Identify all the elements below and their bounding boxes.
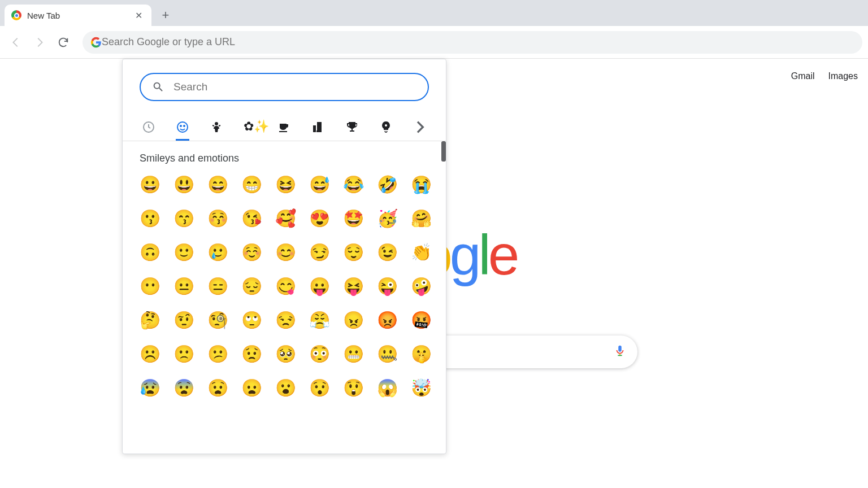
tab-strip: New Tab ✕ + xyxy=(0,0,868,26)
new-tab-button[interactable]: + xyxy=(157,7,174,24)
tab-recent[interactable] xyxy=(140,114,158,141)
clock-icon xyxy=(142,120,155,134)
emoji-item[interactable]: ☹️ xyxy=(140,344,160,364)
emoji-item[interactable]: 😰 xyxy=(140,378,160,398)
emoji-item[interactable]: 😙 xyxy=(173,208,194,229)
images-link[interactable]: Images xyxy=(828,71,858,81)
emoji-item[interactable]: 😗 xyxy=(140,208,160,229)
picker-category-tabs: ✿✨ xyxy=(123,108,446,141)
scrollbar-thumb[interactable] xyxy=(441,141,446,162)
back-button[interactable] xyxy=(6,32,26,53)
emoji-item[interactable]: 😔 xyxy=(241,276,262,297)
emoji-item[interactable]: 😨 xyxy=(173,378,194,398)
picker-body[interactable]: Smileys and emotions 😀😃😄😁😆😅😂🤣😭😗😙😚😘🥰😍🤩🥳🤗🙃… xyxy=(123,141,446,454)
tab-animals[interactable]: ✿✨ xyxy=(241,114,259,141)
reload-button[interactable] xyxy=(53,32,73,53)
emoji-item[interactable]: 😟 xyxy=(241,344,262,364)
tab-smileys[interactable] xyxy=(173,114,192,141)
emoji-item[interactable]: 🤪 xyxy=(411,276,431,297)
browser-toolbar xyxy=(0,26,868,59)
emoji-grid: 😀😃😄😁😆😅😂🤣😭😗😙😚😘🥰😍🤩🥳🤗🙃🙂🥲☺️😊😏😌😉👏😶😐😑😔😋😛😝😜🤪🤔🤨🧐… xyxy=(140,175,429,398)
emoji-item[interactable]: 😜 xyxy=(377,276,397,297)
emoji-item[interactable]: 😉 xyxy=(377,242,397,263)
emoji-item[interactable]: 😘 xyxy=(241,208,262,229)
emoji-item[interactable]: 😱 xyxy=(377,378,397,398)
emoji-item[interactable]: 😯 xyxy=(309,378,329,398)
tab-people[interactable] xyxy=(207,114,225,141)
emoji-item[interactable]: 😍 xyxy=(309,208,329,229)
tab-close-button[interactable]: ✕ xyxy=(133,8,145,23)
tab-activities[interactable] xyxy=(343,114,361,141)
emoji-item[interactable]: 😡 xyxy=(377,310,397,330)
emoji-item[interactable]: 😶 xyxy=(140,276,160,297)
emoji-item[interactable]: 😏 xyxy=(309,242,329,263)
emoji-item[interactable]: 😃 xyxy=(173,175,194,195)
emoji-item[interactable]: 😅 xyxy=(309,175,329,195)
emoji-item[interactable]: 😂 xyxy=(343,175,363,195)
emoji-item[interactable]: 😛 xyxy=(309,276,329,297)
emoji-item[interactable]: 😋 xyxy=(275,276,296,297)
picker-search-box[interactable] xyxy=(140,73,429,101)
search-icon xyxy=(152,81,164,93)
emoji-item[interactable]: 🤣 xyxy=(377,175,397,195)
browser-tab[interactable]: New Tab ✕ xyxy=(5,5,151,26)
tab-travel[interactable] xyxy=(309,114,327,141)
emoji-item[interactable]: 🧐 xyxy=(207,310,228,330)
emoji-item[interactable]: 🙁 xyxy=(173,344,194,364)
emoji-item[interactable]: 😀 xyxy=(140,175,160,195)
emoji-item[interactable]: 😠 xyxy=(343,310,363,330)
logo-letter: e xyxy=(488,223,517,287)
tab-food[interactable] xyxy=(275,114,293,141)
emoji-item[interactable]: 😭 xyxy=(411,175,431,195)
emoji-item[interactable]: 🙂 xyxy=(173,242,194,263)
emoji-item[interactable]: 😑 xyxy=(207,276,228,297)
emoji-item[interactable]: 😌 xyxy=(343,242,363,263)
emoji-item[interactable]: 🤐 xyxy=(377,344,397,364)
buildings-icon xyxy=(311,120,325,134)
address-input[interactable] xyxy=(102,36,854,48)
voice-search-button[interactable] xyxy=(614,345,626,359)
emoji-picker: ✿✨ Smileys and emotions 😀😃😄😁😆😅😂🤣😭😗😙😚 xyxy=(122,59,446,454)
emoji-item[interactable]: 🤗 xyxy=(411,208,431,229)
emoji-item[interactable]: 😆 xyxy=(275,175,296,195)
emoji-item[interactable]: 😧 xyxy=(207,378,228,398)
emoji-item[interactable]: 😕 xyxy=(207,344,228,364)
section-title: Smileys and emotions xyxy=(140,152,429,164)
emoji-item[interactable]: 😐 xyxy=(173,276,194,297)
emoji-item[interactable]: 😁 xyxy=(241,175,262,195)
emoji-item[interactable]: 🙃 xyxy=(140,242,160,263)
picker-search-input[interactable] xyxy=(173,81,416,93)
emoji-item[interactable]: 🤬 xyxy=(411,310,431,330)
logo-letter: l xyxy=(478,223,488,287)
emoji-item[interactable]: 😮 xyxy=(275,378,296,398)
emoji-item[interactable]: 😬 xyxy=(343,344,363,364)
emoji-item[interactable]: 😳 xyxy=(309,344,329,364)
emoji-item[interactable]: 😄 xyxy=(207,175,228,195)
emoji-item[interactable]: 👏 xyxy=(411,242,431,263)
emoji-item[interactable]: 😚 xyxy=(207,208,228,229)
arrow-left-icon xyxy=(10,36,22,49)
emoji-item[interactable]: 🤯 xyxy=(411,378,431,398)
emoji-item[interactable]: 🙄 xyxy=(241,310,262,330)
emoji-item[interactable]: 😒 xyxy=(275,310,296,330)
emoji-item[interactable]: 🤔 xyxy=(140,310,160,330)
emoji-item[interactable]: ☺️ xyxy=(241,242,262,263)
emoji-item[interactable]: 🥺 xyxy=(275,344,296,364)
gmail-link[interactable]: Gmail xyxy=(791,71,815,81)
cup-icon xyxy=(277,120,291,134)
emoji-item[interactable]: 🤨 xyxy=(173,310,194,330)
forward-button[interactable] xyxy=(29,32,50,53)
emoji-item[interactable]: 😝 xyxy=(343,276,363,297)
emoji-item[interactable]: 😤 xyxy=(309,310,329,330)
emoji-item[interactable]: 🥰 xyxy=(275,208,296,229)
emoji-item[interactable]: 🤩 xyxy=(343,208,363,229)
emoji-item[interactable]: 😦 xyxy=(241,378,262,398)
emoji-item[interactable]: 😊 xyxy=(275,242,296,263)
emoji-item[interactable]: 😲 xyxy=(343,378,363,398)
emoji-item[interactable]: 🤫 xyxy=(411,344,431,364)
emoji-item[interactable]: 🥲 xyxy=(207,242,228,263)
address-bar[interactable] xyxy=(83,31,862,54)
tabs-more-button[interactable] xyxy=(411,114,429,141)
tab-objects[interactable] xyxy=(377,114,395,141)
emoji-item[interactable]: 🥳 xyxy=(377,208,397,229)
